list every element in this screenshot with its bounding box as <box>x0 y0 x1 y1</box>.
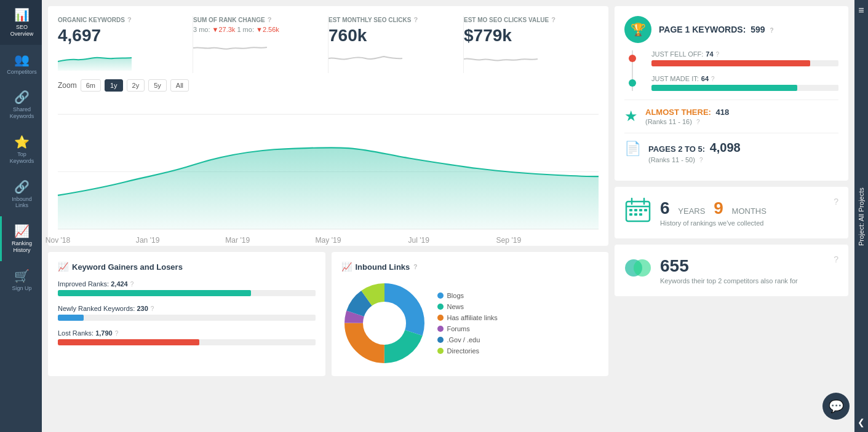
trophy-icon: 🏆 <box>624 16 651 43</box>
calendar-icon <box>624 197 651 229</box>
forums-dot <box>437 326 444 332</box>
document-icon: 📄 <box>624 141 641 157</box>
sidebar-item-sign-up[interactable]: 🛒 Sign Up <box>0 261 42 299</box>
just-made-it-help[interactable]: ? <box>711 76 715 82</box>
sidebar-item-competitors[interactable]: 👥 Competitors <box>0 45 42 83</box>
years-help-icon[interactable]: ? <box>834 197 838 206</box>
svg-rect-24 <box>629 209 632 211</box>
chat-bubble-button[interactable]: 💬 <box>822 393 850 420</box>
almost-there-section: ★ ALMOST THERE: 418 (Ranks 11 - 16) ? <box>624 100 838 133</box>
page1-header: 🏆 PAGE 1 KEYWORDS: 599 ? <box>624 16 838 43</box>
newly-ranked-label: Newly Ranked Keywords: 230 <box>58 305 148 312</box>
sidebar-item-top-keywords[interactable]: ⭐ TopKeywords <box>0 127 42 172</box>
improved-ranks-row: Improved Ranks: 2,424 ? <box>58 280 316 296</box>
zoom-all[interactable]: All <box>170 79 189 92</box>
directories-dot <box>437 348 444 354</box>
improved-ranks-bar <box>58 290 251 296</box>
top-layout: ORGANIC KEYWORDS ? 4,697 <box>48 6 848 426</box>
stats-row: ORGANIC KEYWORDS ? 4,697 <box>58 16 599 73</box>
inbound-links-icon: 🔗 <box>14 179 30 194</box>
zoom-6m[interactable]: 6m <box>81 79 101 92</box>
sum-rank-help-icon[interactable]: ? <box>268 16 272 23</box>
improved-ranks-label: Improved Ranks: 2,424 <box>58 280 128 288</box>
right-panels-container: 🏆 PAGE 1 KEYWORDS: 599 ? <box>615 6 848 426</box>
monthly-value-value: $779k <box>464 26 589 45</box>
news-dot <box>437 304 444 310</box>
sum-rank-sub: 3 mo: ▼27.3k 1 mo: ▼2.56k <box>193 26 318 33</box>
lost-ranks-help[interactable]: ? <box>115 330 119 337</box>
svg-text:Jul '19: Jul '19 <box>408 236 429 245</box>
zoom-2y[interactable]: 2y <box>127 79 145 92</box>
monthly-clicks-value: 760k <box>328 26 453 45</box>
bar-chart-icon: 📊 <box>14 7 30 22</box>
collapse-chevron-icon[interactable]: ❮ <box>853 412 868 432</box>
fell-off-dot <box>629 55 636 62</box>
svg-point-19 <box>369 308 400 339</box>
trend-icon: 📈 <box>58 262 68 272</box>
zoom-1y[interactable]: 1y <box>105 79 123 92</box>
main-chart-area: 5k 2.5k 0 <box>58 101 599 236</box>
inbound-links-help[interactable]: ? <box>413 264 417 270</box>
project-label: Project: All Projects <box>858 21 865 412</box>
left-content: ORGANIC KEYWORDS ? 4,697 <box>48 6 608 426</box>
just-fell-off-bar <box>651 60 810 66</box>
svg-text:May '19: May '19 <box>316 236 341 245</box>
sidebar-item-shared-keywords[interactable]: 🔗 SharedKeywords <box>0 82 42 127</box>
svg-text:Mar '19: Mar '19 <box>225 236 250 245</box>
legend-item-blogs: Blogs <box>437 292 498 299</box>
svg-text:Jan '19: Jan '19 <box>136 236 160 245</box>
zoom-controls: Zoom 6m 1y 2y 5y All <box>58 79 599 92</box>
just-fell-off-item: JUST FELL OFF: 74 ? <box>651 50 838 66</box>
hamburger-menu-icon[interactable]: ≡ <box>853 0 868 21</box>
svg-text:Nov '18: Nov '18 <box>46 236 71 245</box>
top-keywords-icon: ⭐ <box>14 135 30 149</box>
pages-help[interactable]: ? <box>699 157 703 163</box>
sidebar: 📊 SEOOverview 👥 Competitors 🔗 SharedKeyw… <box>0 0 42 432</box>
right-panel-strip: ≡ Project: All Projects ❮ <box>854 0 868 432</box>
affiliate-dot <box>437 315 444 321</box>
competitors-help-icon[interactable]: ? <box>834 254 838 264</box>
just-made-it-item: JUST MADE IT: 64 ? <box>651 75 838 91</box>
sidebar-item-seo-overview[interactable]: 📊 SEOOverview <box>0 0 42 45</box>
newly-ranked-help[interactable]: ? <box>151 305 154 312</box>
keyword-gainers-panel: 📈 Keyword Gainers and Losers Improved Ra… <box>48 252 325 376</box>
sidebar-item-ranking-history[interactable]: 📈 RankingHistory <box>0 216 42 261</box>
just-made-it-bar <box>651 85 797 91</box>
monthly-clicks-help-icon[interactable]: ? <box>413 16 418 23</box>
made-it-dot <box>629 79 636 87</box>
monthly-value-sparkline <box>464 49 538 71</box>
bottom-row: 📈 Keyword Gainers and Losers Improved Ra… <box>48 252 608 376</box>
zoom-5y[interactable]: 5y <box>148 79 167 92</box>
inbound-trend-icon: 📈 <box>341 262 352 272</box>
main-content: ORGANIC KEYWORDS ? 4,697 <box>42 0 854 432</box>
page1-help-icon[interactable]: ? <box>770 27 773 34</box>
years-sub: History of rankings we've collected <box>660 219 766 227</box>
improved-ranks-help[interactable]: ? <box>130 281 134 288</box>
gov-dot <box>437 337 444 343</box>
legend-item-affiliate: Has affiliate links <box>437 314 498 321</box>
competitors-count: 655 <box>660 256 798 276</box>
inbound-legend: Blogs News Has affiliate links <box>437 292 498 355</box>
monthly-value-help-icon[interactable]: ? <box>551 16 555 23</box>
sidebar-item-inbound-links[interactable]: 🔗 InboundLinks <box>0 172 42 217</box>
main-chart-svg: 5k 2.5k 0 <box>58 101 599 236</box>
competitors-icon: 👥 <box>14 52 30 67</box>
legend-item-gov: .Gov / .edu <box>437 336 498 344</box>
stat-organic-keywords: ORGANIC KEYWORDS ? 4,697 <box>58 16 193 73</box>
inbound-content: Blogs News Has affiliate links <box>341 280 599 366</box>
svg-point-32 <box>634 259 651 277</box>
svg-rect-25 <box>634 209 637 211</box>
newly-ranked-bar <box>58 315 84 321</box>
stats-section: ORGANIC KEYWORDS ? 4,697 <box>48 6 608 246</box>
pages-section: 📄 PAGES 2 TO 5: 4,098 (Ranks 11 - 50) ? <box>624 133 838 171</box>
organic-keywords-help-icon[interactable]: ? <box>127 16 132 23</box>
svg-rect-26 <box>639 209 642 211</box>
almost-there-help[interactable]: ? <box>696 119 700 125</box>
just-fell-off-help[interactable]: ? <box>716 51 720 58</box>
years-panel: 6 YEARS 9 MONTHS History of rankings we'… <box>615 187 848 238</box>
legend-item-news: News <box>437 303 498 310</box>
monthly-clicks-sparkline <box>328 49 402 71</box>
inbound-links-title: 📈 Inbound Links ? <box>341 262 599 272</box>
svg-rect-27 <box>644 209 647 211</box>
stat-monthly-value: EST MO SEO CLICKS VALUE ? $779k <box>464 16 599 73</box>
